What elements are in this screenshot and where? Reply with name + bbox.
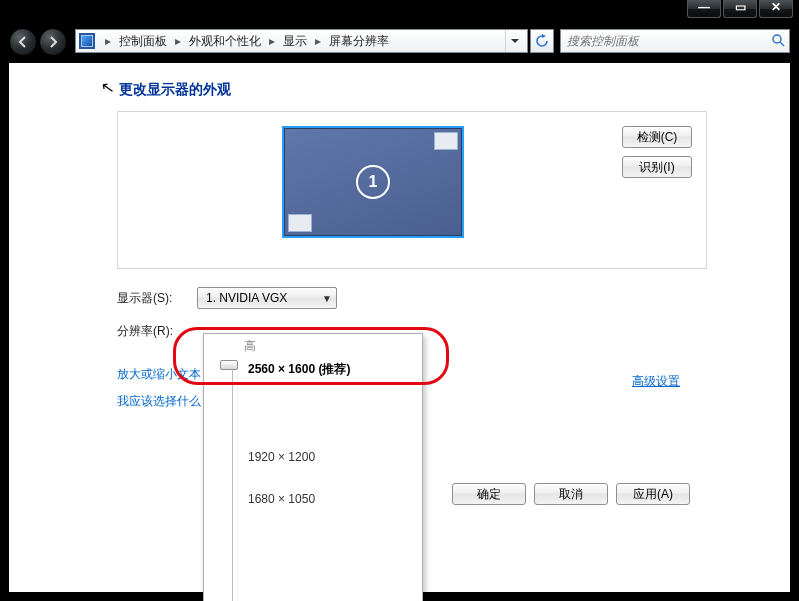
search-icon [771, 33, 785, 50]
resolution-label: 分辨率(R): [117, 323, 197, 340]
breadcrumb-seg-1[interactable]: 外观和个性化 [187, 33, 263, 50]
breadcrumb-sep-icon: ▸ [169, 34, 187, 48]
slider-thumb[interactable] [220, 360, 238, 370]
breadcrumb-sep-icon: ▸ [263, 34, 281, 48]
monitor-preview-panel: 1 检测(C) 识别(I) [117, 111, 707, 269]
refresh-icon [535, 34, 549, 48]
apply-button[interactable]: 应用(A) [616, 483, 690, 505]
forward-button[interactable] [39, 28, 67, 56]
monitor-thumbnail[interactable]: 1 [282, 126, 464, 238]
window-frame: — ▭ ✕ ▸ 控制面板 ▸ 外观和个性化 ▸ 显示 ▸ 屏幕分辨率 [0, 0, 799, 601]
resolution-option-list: 2560 × 1600 (推荐) 1920 × 1200 1680 × 1050 [248, 361, 414, 601]
breadcrumb-seg-2[interactable]: 显示 [281, 33, 309, 50]
cancel-button[interactable]: 取消 [534, 483, 608, 505]
slider-high-label: 高 [244, 338, 414, 355]
resolution-option[interactable]: 1680 × 1050 [248, 492, 414, 506]
search-bar[interactable] [560, 29, 790, 53]
close-button[interactable]: ✕ [759, 0, 793, 18]
search-input[interactable] [565, 33, 767, 49]
page-title: 更改显示器的外观 [119, 81, 790, 99]
detect-button[interactable]: 检测(C) [622, 126, 692, 148]
display-value: 1. NVIDIA VGX [206, 291, 322, 305]
display-label: 显示器(S): [117, 290, 197, 307]
side-button-group: 检测(C) 识别(I) [622, 126, 692, 186]
action-button-bar: 确定 取消 应用(A) [444, 483, 690, 505]
slider-track[interactable] [232, 365, 238, 601]
slider-body: 2560 × 1600 (推荐) 1920 × 1200 1680 × 1050 [212, 361, 414, 601]
client-area: ↖ 更改显示器的外观 1 检测(C) 识别(I) 显示器(S): 1. NVID… [9, 63, 790, 592]
display-combobox[interactable]: 1. NVIDIA VGX ▼ [197, 287, 337, 309]
mini-monitor-icon [434, 132, 458, 150]
breadcrumb-sep-icon: ▸ [99, 34, 117, 48]
chevron-down-icon: ▼ [322, 293, 332, 304]
breadcrumb-seg-0[interactable]: 控制面板 [117, 33, 169, 50]
breadcrumb-sep-icon: ▸ [309, 34, 327, 48]
nav-arrow-group [9, 27, 69, 57]
cursor-icon: ↖ [99, 77, 115, 98]
resolution-option-recommended[interactable]: 2560 × 1600 (推荐) [248, 361, 414, 378]
maximize-button[interactable]: ▭ [723, 0, 757, 18]
refresh-button[interactable] [530, 29, 554, 53]
address-bar[interactable]: ▸ 控制面板 ▸ 外观和个性化 ▸ 显示 ▸ 屏幕分辨率 [75, 29, 528, 53]
resolution-slider-popup[interactable]: 高 2560 × 1600 (推荐) 1920 × 1200 1680 × 10… [203, 333, 423, 601]
resolution-option[interactable]: 1920 × 1200 [248, 450, 414, 464]
monitor-number-badge: 1 [356, 165, 390, 199]
control-panel-icon [79, 33, 95, 49]
back-button[interactable] [9, 28, 37, 56]
identify-button[interactable]: 识别(I) [622, 156, 692, 178]
ok-button[interactable]: 确定 [452, 483, 526, 505]
svg-line-1 [780, 42, 784, 46]
arrow-left-icon [17, 36, 29, 48]
nav-bar: ▸ 控制面板 ▸ 外观和个性化 ▸ 显示 ▸ 屏幕分辨率 [9, 27, 790, 57]
advanced-settings-link[interactable]: 高级设置 [632, 373, 680, 390]
arrow-right-icon [47, 36, 59, 48]
minimize-button[interactable]: — [687, 0, 721, 18]
display-row: 显示器(S): 1. NVIDIA VGX ▼ [117, 287, 790, 309]
mini-monitor-icon [288, 214, 312, 232]
svg-point-0 [773, 35, 781, 43]
titlebar-controls: — ▭ ✕ [685, 0, 793, 20]
chevron-down-icon [511, 37, 519, 45]
address-dropdown-button[interactable] [505, 30, 524, 52]
breadcrumb-seg-3[interactable]: 屏幕分辨率 [327, 33, 391, 50]
